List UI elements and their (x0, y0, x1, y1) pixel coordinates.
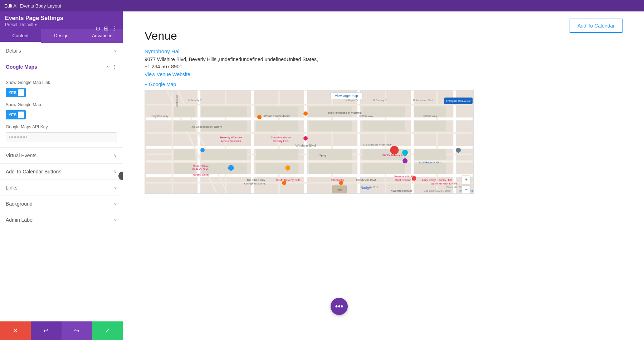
svg-text:Charleville Blvd: Charleville Blvd (356, 178, 376, 182)
svg-rect-23 (174, 107, 196, 117)
undo-button[interactable]: ↩ (31, 321, 62, 340)
show-map-label: Show Google Map (6, 102, 117, 107)
show-link-toggle[interactable]: YES (6, 88, 26, 97)
redo-icon: ↪ (74, 327, 79, 335)
venue-address: 9077 Wilshire Blvd, Beverly Hills ,undef… (145, 56, 623, 62)
section-details-chevron: ∨ (114, 48, 117, 53)
redo-button[interactable]: ↪ (62, 321, 92, 340)
show-map-toggle[interactable]: YES (6, 110, 26, 119)
save-icon: ✓ (105, 327, 110, 335)
svg-point-98 (303, 136, 308, 141)
svg-text:Keyboard shortcuts: Keyboard shortcuts (391, 189, 412, 192)
section-google-maps-dots[interactable]: ⋮ (112, 64, 117, 70)
section-links-label: Links (6, 185, 18, 191)
svg-rect-32 (309, 120, 352, 131)
google-map-link[interactable]: + Google Map (145, 82, 623, 87)
sidebar-header: Events Page Settings Preset: Default ▾ ⊙… (0, 11, 123, 29)
show-link-toggle-knob (18, 89, 24, 96)
svg-point-101 (282, 181, 287, 185)
svg-text:Charleville Blvd: Charleville Blvd (446, 186, 463, 188)
svg-rect-46 (414, 163, 446, 174)
venue-section: Venue Symphony Hall 9077 Wilshire Blvd, … (145, 29, 623, 194)
sidebar-bottom: ✕ ↩ ↪ ✓ (0, 321, 123, 340)
sidebar: Events Page Settings Preset: Default ▾ ⊙… (0, 11, 123, 340)
show-map-toggle-knob (18, 112, 24, 118)
svg-text:Walk Of Style: Walk Of Style (192, 168, 209, 171)
svg-text:N Beverly Dr: N Beverly Dr (189, 99, 203, 102)
venue-website-link[interactable]: View Venue Website (145, 72, 623, 77)
svg-text:A Four Seasons: A Four Seasons (221, 139, 241, 143)
tab-design[interactable]: Design (41, 29, 82, 43)
section-background-label: Background (6, 201, 33, 207)
svg-text:Beverly Wilshire: Beverly Wilshire (220, 136, 242, 139)
section-links[interactable]: Links ∨ (0, 180, 123, 196)
svg-rect-40 (414, 149, 446, 160)
section-admin-label-label: Admin Label (6, 217, 34, 223)
svg-rect-24 (201, 107, 247, 117)
svg-text:The Cheesecake Factory: The Cheesecake Factory (190, 125, 222, 128)
show-link-label: Show Google Map Link (6, 80, 117, 85)
focus-icon[interactable]: ⊙ (96, 25, 100, 32)
svg-rect-36 (201, 149, 247, 160)
svg-text:Rodeo Drive: Rodeo Drive (193, 164, 209, 168)
show-link-toggle-row: YES (6, 88, 117, 97)
fab-button[interactable]: ••• (331, 298, 348, 315)
section-add-to-calendar-chevron: ∨ (114, 169, 117, 174)
svg-text:The Maybourne: The Maybourne (271, 136, 291, 139)
api-key-input[interactable] (6, 132, 117, 142)
fab-icon: ••• (335, 302, 343, 311)
svg-text:Audi Beverly Hills: Audi Beverly Hills (419, 161, 441, 164)
svg-text:Chiropractic and...: Chiropractic and... (244, 182, 267, 185)
venue-heading: Venue (145, 29, 623, 43)
svg-text:View larger map: View larger map (335, 94, 358, 98)
svg-text:Spago: Spago (319, 154, 328, 157)
svg-point-100 (339, 181, 343, 185)
section-details[interactable]: Details ∨ (0, 43, 123, 59)
svg-rect-0 (146, 90, 473, 193)
section-google-maps-label: Google Maps (6, 64, 37, 70)
svg-text:Enterprise Rent-A-Car: Enterprise Rent-A-Car (446, 100, 471, 103)
more-icon[interactable]: ⋮ (112, 25, 118, 32)
sidebar-content: Details ∨ Google Maps ∧ ⋮ Show Google Ma… (0, 43, 123, 321)
svg-text:Beverly Hills: Beverly Hills (273, 139, 289, 143)
section-virtual-events-chevron: ∨ (114, 153, 117, 158)
svg-rect-34 (414, 120, 446, 131)
tab-content[interactable]: Content (0, 29, 41, 43)
section-background[interactable]: Background ∨ (0, 196, 123, 212)
section-background-chevron: ∨ (114, 201, 117, 206)
section-virtual-events[interactable]: Virtual Events ∨ (0, 148, 123, 164)
svg-text:+: + (465, 177, 468, 182)
api-key-label: Google Maps API Key (6, 124, 117, 129)
cancel-button[interactable]: ✕ (0, 321, 31, 340)
cancel-icon: ✕ (13, 327, 18, 335)
section-google-maps-header[interactable]: Google Maps ∧ ⋮ (0, 59, 123, 75)
section-add-to-calendar[interactable]: Add To Calendar Buttons ∨ (0, 164, 123, 180)
svg-text:Google: Google (361, 186, 372, 190)
svg-point-99 (200, 148, 205, 152)
top-bar-title: Edit All Events Body Layout (4, 3, 61, 9)
svg-rect-43 (256, 163, 298, 174)
columns-icon[interactable]: ⊞ (104, 25, 108, 32)
svg-rect-33 (362, 120, 405, 131)
svg-text:Brighton Way: Brighton Way (151, 114, 168, 118)
save-button[interactable]: ✓ (92, 321, 123, 340)
section-virtual-events-label: Virtual Events (6, 153, 36, 158)
show-map-toggle-label: YES (9, 113, 16, 117)
section-add-to-calendar-label: Add To Calendar Buttons (6, 169, 61, 174)
svg-text:Whole Foods Market: Whole Foods Market (264, 114, 291, 118)
svg-text:Wilshire Blvd: Wilshire Blvd (295, 143, 316, 147)
section-admin-label[interactable]: Admin Label ∨ (0, 212, 123, 228)
svg-text:N Robertson Blvd: N Robertson Blvd (413, 99, 433, 102)
add-to-calendar-button[interactable]: Add To Calendar (570, 19, 623, 33)
svg-text:N Doheny Dr: N Doheny Dr (373, 99, 388, 102)
venue-name-link[interactable]: Symphony Hall (145, 48, 623, 54)
svg-text:The Chiro Guy: The Chiro Guy (247, 178, 265, 182)
svg-rect-31 (256, 120, 298, 131)
svg-point-97 (303, 112, 308, 116)
svg-rect-44 (309, 163, 352, 174)
sidebar-header-icons: ⊙ ⊞ ⋮ (96, 25, 118, 32)
svg-text:N Maple Dr: N Maple Dr (346, 99, 358, 102)
map-svg: Wilshire Blvd The Cheesecake Factory Who… (145, 90, 473, 193)
svg-point-102 (412, 176, 416, 181)
map-container: Wilshire Blvd The Cheesecake Factory Who… (145, 90, 474, 194)
